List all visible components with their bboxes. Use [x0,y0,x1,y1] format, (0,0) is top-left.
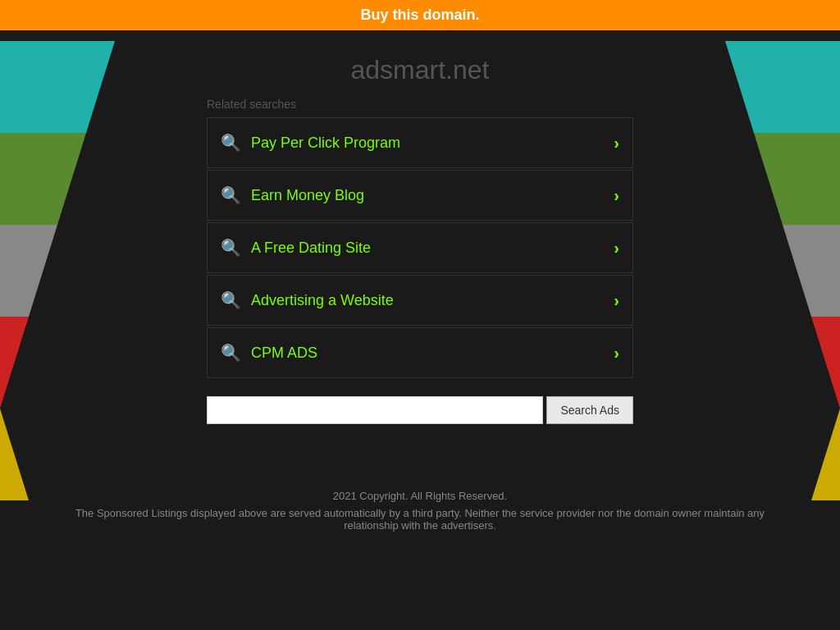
search-item-label: Advertising a Website [251,292,394,309]
search-icon: 🔍 [221,133,241,153]
search-icon: 🔍 [221,185,241,205]
search-icon: 🔍 [221,290,241,310]
copyright-text: 2021 Copyright. All Rights Reserved. [66,490,774,502]
chevron-right-icon: › [614,239,619,258]
chevron-right-icon: › [614,134,619,153]
search-item-label: CPM ADS [251,345,317,362]
search-item-pay-per-click[interactable]: 🔍 Pay Per Click Program › [207,117,633,168]
search-item-left: 🔍 Pay Per Click Program [221,133,400,153]
search-input[interactable] [207,396,543,424]
search-item-left: 🔍 Earn Money Blog [221,185,364,205]
search-item-label: A Free Dating Site [251,240,371,257]
buy-domain-link[interactable]: Buy this domain. [360,7,479,23]
buy-domain-banner[interactable]: Buy this domain. [0,0,840,30]
related-searches-label: Related searches [207,98,296,111]
search-item-cpm-ads[interactable]: 🔍 CPM ADS › [207,327,633,378]
search-icon: 🔍 [221,343,241,363]
search-item-advertising-website[interactable]: 🔍 Advertising a Website › [207,275,633,326]
site-title: adsmart.net [351,55,490,85]
search-item-left: 🔍 CPM ADS [221,343,317,363]
chevron-right-icon: › [614,186,619,205]
footer: 2021 Copyright. All Rights Reserved. The… [0,490,840,553]
search-item-left: 🔍 Advertising a Website [221,290,394,310]
disclaimer-text: The Sponsored Listings displayed above a… [66,507,774,532]
search-item-earn-money-blog[interactable]: 🔍 Earn Money Blog › [207,170,633,221]
search-list: 🔍 Pay Per Click Program › 🔍 Earn Money B… [207,117,633,380]
main-content: adsmart.net Related searches 🔍 Pay Per C… [0,30,840,424]
chevron-right-icon: › [614,291,619,310]
search-box-area: Search Ads [207,396,633,424]
search-item-left: 🔍 A Free Dating Site [221,238,371,258]
search-ads-button[interactable]: Search Ads [546,396,633,424]
search-icon: 🔍 [221,238,241,258]
chevron-right-icon: › [614,344,619,363]
search-item-label: Earn Money Blog [251,187,364,204]
search-item-label: Pay Per Click Program [251,135,400,152]
search-item-free-dating-site[interactable]: 🔍 A Free Dating Site › [207,222,633,273]
